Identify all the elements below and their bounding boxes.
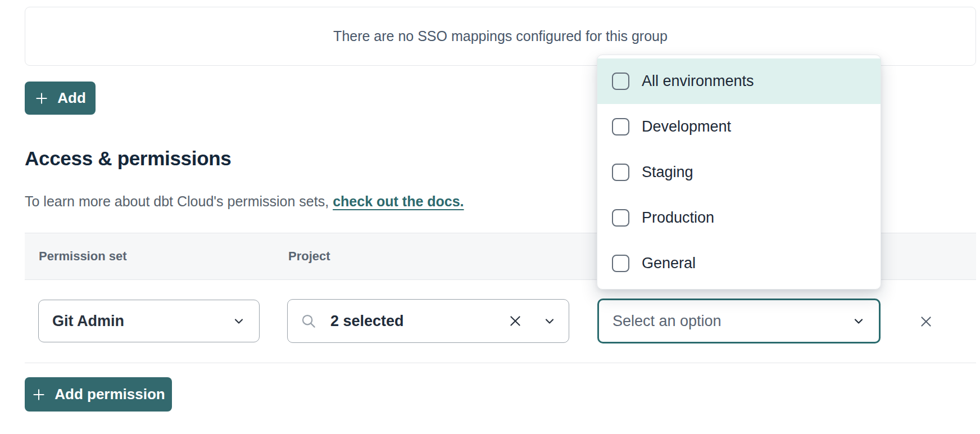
dropdown-option-development[interactable]: Development	[597, 104, 881, 150]
dropdown-option-all-environments[interactable]: All environments	[597, 58, 881, 104]
dropdown-option-production[interactable]: Production	[597, 195, 881, 241]
project-select[interactable]: 2 selected	[287, 299, 569, 343]
plus-icon	[34, 91, 49, 106]
add-permission-button[interactable]: Add permission	[25, 377, 172, 412]
plus-icon	[31, 387, 46, 402]
environment-placeholder: Select an option	[612, 313, 722, 330]
project-selected-count: 2 selected	[330, 313, 404, 330]
docs-link[interactable]: check out the docs.	[333, 193, 464, 209]
permission-set-select[interactable]: Git Admin	[38, 300, 260, 342]
option-label: Production	[642, 209, 714, 227]
sso-empty-message: There are no SSO mappings configured for…	[333, 28, 668, 44]
option-label: Development	[642, 118, 731, 135]
add-button-label: Add	[57, 89, 86, 107]
environment-dropdown-menu: All environments Development Staging Pro…	[597, 55, 881, 290]
checkbox-unchecked-icon[interactable]	[612, 209, 629, 227]
chevron-down-icon	[852, 314, 865, 328]
dropdown-option-general[interactable]: General	[597, 241, 881, 286]
group-settings-page: There are no SSO mappings configured for…	[0, 0, 980, 434]
row-divider	[25, 363, 976, 363]
column-header-project: Project	[288, 249, 330, 264]
permissions-description: To learn more about dbt Cloud's permissi…	[25, 193, 464, 210]
checkbox-unchecked-icon[interactable]	[612, 118, 629, 135]
add-permission-label: Add permission	[55, 386, 165, 403]
search-icon	[300, 313, 317, 329]
checkbox-unchecked-icon[interactable]	[612, 73, 629, 90]
environment-select[interactable]: Select an option	[597, 299, 881, 343]
page-title: Access & permissions	[25, 147, 232, 170]
delete-row-button[interactable]	[917, 313, 935, 331]
description-text: To learn more about dbt Cloud's permissi…	[25, 193, 329, 209]
add-sso-mapping-button[interactable]: Add	[25, 82, 96, 115]
chevron-down-icon	[543, 314, 556, 328]
option-label: All environments	[642, 73, 754, 90]
column-header-permission-set: Permission set	[39, 249, 288, 264]
chevron-down-icon	[232, 314, 246, 328]
checkbox-unchecked-icon[interactable]	[612, 164, 629, 181]
close-icon	[919, 314, 933, 329]
permission-set-value: Git Admin	[52, 313, 124, 330]
option-label: Staging	[642, 164, 693, 181]
checkbox-unchecked-icon[interactable]	[612, 255, 629, 272]
option-label: General	[642, 255, 696, 272]
clear-selection-icon[interactable]	[508, 314, 523, 328]
dropdown-option-staging[interactable]: Staging	[597, 150, 881, 195]
